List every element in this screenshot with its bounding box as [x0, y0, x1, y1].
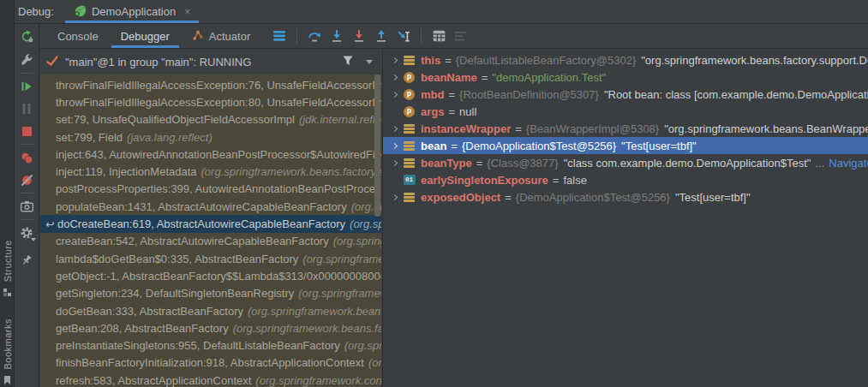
chevron-down-icon[interactable] [366, 60, 373, 64]
mute-breakpoints-icon[interactable] [15, 169, 39, 191]
reset-frame-icon[interactable]: ↩ [44, 218, 57, 230]
chevron-right-icon[interactable] [387, 127, 401, 131]
session-tab-demoapplication[interactable]: DemoApplication × [65, 0, 199, 23]
stack-frame[interactable]: createBean:542, AbstractAutowireCapableB… [40, 233, 381, 250]
chevron-right-icon[interactable] [387, 161, 401, 165]
navigate-link[interactable]: Navigate [829, 157, 868, 170]
tab-debugger-label: Debugger [121, 30, 170, 43]
toolbar-separator [20, 219, 33, 220]
bookmarks-label: Bookmarks [3, 319, 13, 370]
chevron-right-icon[interactable] [387, 195, 401, 199]
parameter-icon: p [403, 89, 416, 100]
debug-tab-bar: Debug: DemoApplication × [15, 0, 868, 24]
resume-icon[interactable] [15, 75, 39, 98]
force-step-into-icon[interactable] [348, 27, 370, 45]
chevron-right-icon[interactable] [387, 92, 401, 97]
chevron-right-icon[interactable] [387, 75, 401, 80]
pause-icon [15, 98, 39, 120]
variable-row-beantype[interactable]: beanType = {Class@3877} "class com.examp… [383, 154, 868, 171]
stack-frame[interactable]: getBean:208, AbstractBeanFactory(org.spr… [40, 319, 381, 336]
stripe-button-structure[interactable]: Structure [0, 240, 15, 299]
variable-row-mbd[interactable]: p mbd = {RootBeanDefinition@5307} "Root … [383, 86, 868, 103]
parameter-icon: p [403, 72, 416, 83]
frames-panel: "main"@1 in group "main": RUNNING throwF… [40, 49, 381, 387]
object-icon [403, 56, 416, 65]
chevron-right-icon[interactable] [387, 58, 401, 63]
debugger-toolbar-row: Console Debugger Actuator [39, 24, 868, 49]
view-breakpoints-icon[interactable] [15, 146, 39, 169]
bookmarks-icon [3, 374, 11, 387]
stack-frame[interactable]: inject:119, InjectionMetadata(org.spring… [40, 163, 381, 180]
stripe-button-bookmarks[interactable]: Bookmarks [0, 319, 15, 387]
active-tab-underline [65, 21, 199, 23]
evaluate-expression-icon[interactable] [428, 27, 450, 45]
variables-panel: this = {DefaultListableBeanFactory@5302}… [382, 49, 868, 387]
stack-frame[interactable]: refresh:583, AbstractApplicationContext(… [40, 372, 381, 387]
structure-label: Structure [3, 240, 13, 282]
rerun-icon[interactable] [15, 24, 39, 49]
pin-icon[interactable] [15, 249, 39, 271]
gear-icon[interactable] [15, 222, 39, 244]
toolbar-separator [296, 28, 297, 44]
filter-icon[interactable] [342, 55, 354, 68]
object-icon [403, 124, 416, 134]
actuator-icon [192, 29, 204, 44]
object-icon [403, 141, 416, 151]
toolbar-separator [20, 144, 33, 145]
tab-console[interactable]: Console [46, 24, 110, 48]
step-into-icon[interactable] [326, 27, 348, 45]
tab-debugger[interactable]: Debugger [110, 24, 181, 48]
thread-status: "main"@1 in group "main": RUNNING [65, 56, 251, 68]
stack-frame[interactable]: throwFinalFieldIllegalAccessException:80… [40, 93, 381, 110]
debugger-side-toolbar [15, 24, 39, 387]
variable-row-args[interactable]: p args = null [383, 103, 868, 120]
toolbar-separator [20, 73, 33, 74]
tab-console-label: Console [57, 30, 99, 43]
check-icon [46, 56, 58, 68]
stack-frame[interactable]: getSingleton:234, DefaultSingletonBeanRe… [40, 285, 381, 302]
stack-frame[interactable]: preInstantiateSingletons:955, DefaultLis… [40, 336, 381, 354]
frames-scrollbar-thumb[interactable] [374, 74, 380, 217]
stop-icon[interactable] [15, 120, 39, 142]
close-icon[interactable]: × [184, 6, 190, 18]
object-icon [403, 193, 416, 202]
thread-selector[interactable]: "main"@1 in group "main": RUNNING [40, 49, 381, 74]
variable-row-beanname[interactable]: p beanName = "demoApplication.Test" [383, 68, 868, 86]
object-icon [403, 158, 416, 168]
tab-actuator-label: Actuator [209, 30, 250, 43]
variable-row-earlysingletonexposure[interactable]: 01 earlySingletonExposure = false [383, 171, 868, 188]
stack-frame-selected[interactable]: ↩doCreateBean:619, AbstractAutowireCapab… [40, 215, 381, 232]
stack-frame[interactable]: doGetBean:333, AbstractBeanFactory(org.s… [40, 302, 381, 319]
stack-frame[interactable]: set:799, Field(java.lang.reflect) [40, 128, 381, 146]
chevron-right-icon[interactable] [387, 144, 401, 148]
camera-icon[interactable] [15, 195, 39, 217]
debug-label: Debug: [18, 5, 54, 18]
variable-row-exposedobject[interactable]: exposedObject = {DemoApplication$Test@52… [383, 188, 868, 205]
gear-dropdown-caret [31, 238, 36, 241]
variable-row-instancewrapper[interactable]: instanceWrapper = {BeanWrapperImpl@5308}… [383, 120, 868, 137]
step-over-icon[interactable] [303, 27, 326, 45]
spring-boot-run-icon [74, 4, 87, 20]
stack-frame[interactable]: throwFinalFieldIllegalAccessException:76… [40, 76, 381, 93]
session-tab-title: DemoApplication [92, 5, 176, 18]
stack-frame[interactable]: finishBeanFactoryInitialization:918, Abs… [40, 354, 381, 372]
variable-row-bean-selected[interactable]: bean = {DemoApplication$Test@5256} "Test… [383, 137, 868, 154]
run-to-cursor-icon[interactable] [392, 27, 415, 45]
toolbar-separator [20, 193, 33, 194]
tab-actuator[interactable]: Actuator [181, 24, 261, 48]
variable-row-this[interactable]: this = {DefaultListableBeanFactory@5302}… [383, 51, 868, 68]
stack-frame[interactable]: inject:643, AutowiredAnnotationBeanPostP… [40, 146, 381, 163]
step-out-icon[interactable] [370, 27, 392, 45]
stack-frame[interactable]: set:79, UnsafeQualifiedObjectFieldAccess… [40, 111, 381, 128]
layout-settings-icon[interactable] [450, 27, 472, 45]
parameter-icon: p [403, 106, 416, 117]
stack-frame[interactable]: postProcessProperties:399, AutowiredAnno… [40, 181, 381, 198]
view-menu-icon[interactable] [268, 27, 290, 45]
wrench-icon[interactable] [15, 49, 39, 71]
structure-icon [3, 286, 11, 299]
stack-frame[interactable]: getObject:-1, AbstractBeanFactory$$Lambd… [40, 267, 381, 284]
stack-frames-list: throwFinalFieldIllegalAccessException:76… [40, 74, 381, 387]
stack-frame[interactable]: populateBean:1431, AbstractAutowireCapab… [40, 198, 381, 215]
toolbar-separator [421, 28, 422, 44]
stack-frame[interactable]: lambda$doGetBean$0:335, AbstractBeanFact… [40, 250, 381, 267]
